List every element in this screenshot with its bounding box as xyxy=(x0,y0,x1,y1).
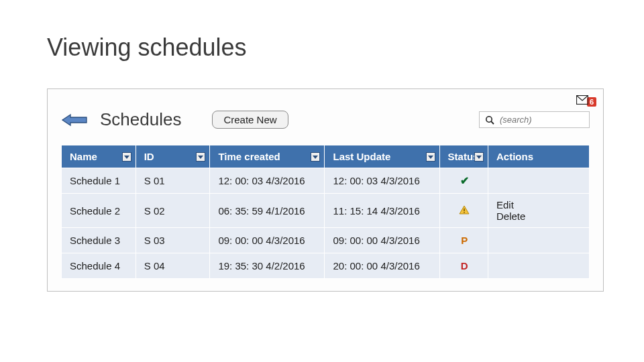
schedule-id: S 02 xyxy=(136,194,210,228)
schedule-name-link[interactable]: Schedule 1 xyxy=(62,168,136,194)
col-last-update[interactable]: Last Update xyxy=(325,145,439,168)
table-row: Schedule 3 S 03 09: 00: 00 4/3/2016 09: … xyxy=(62,228,590,253)
status-cell: P xyxy=(439,228,488,253)
edit-action[interactable]: Edit xyxy=(496,199,514,210)
table-row: Schedule 2 S 02 06: 35: 59 4/1/2016 11: … xyxy=(62,194,590,228)
search-box[interactable] xyxy=(479,111,590,128)
status-warning-icon xyxy=(459,205,470,217)
section-title: Schedules xyxy=(100,109,181,130)
notifications-icon[interactable] xyxy=(576,95,588,105)
col-time-created[interactable]: Time created xyxy=(210,145,325,168)
back-arrow-icon[interactable] xyxy=(61,113,88,127)
status-cell: D xyxy=(439,253,488,279)
schedule-name-link[interactable]: Schedule 2 xyxy=(62,194,136,228)
last-update: 11: 15: 14 4/3/2016 xyxy=(325,194,439,228)
toolbar: Schedules Create New xyxy=(61,109,590,130)
time-created: 06: 35: 59 4/1/2016 xyxy=(210,194,325,228)
last-update: 20: 00: 00 4/3/2016 xyxy=(325,253,439,279)
filter-icon[interactable] xyxy=(196,152,205,162)
schedule-id: S 01 xyxy=(136,168,210,194)
status-check-icon: ✔ xyxy=(460,175,469,186)
time-created: 09: 00: 00 4/3/2016 xyxy=(210,228,325,253)
actions-cell xyxy=(488,228,590,253)
status-cell: ✔ xyxy=(439,168,488,194)
svg-rect-9 xyxy=(464,212,465,213)
search-input[interactable] xyxy=(498,114,584,125)
filter-icon[interactable] xyxy=(474,152,484,162)
actions-cell xyxy=(488,253,590,279)
col-id-label: ID xyxy=(144,151,154,162)
filter-icon[interactable] xyxy=(426,152,435,162)
search-icon xyxy=(485,115,494,125)
table-header-row: Name ID Time created xyxy=(62,145,590,168)
time-created: 19: 35: 30 4/2/2016 xyxy=(210,253,325,279)
actions-cell: Edit Delete xyxy=(488,194,590,228)
schedule-id: S 03 xyxy=(136,228,210,253)
create-new-button[interactable]: Create New xyxy=(212,111,288,129)
delete-action[interactable]: Delete xyxy=(496,210,525,222)
status-disabled-icon: D xyxy=(461,260,468,272)
schedules-panel: 6 Schedules Create New xyxy=(47,88,604,292)
col-name[interactable]: Name xyxy=(62,145,136,168)
time-created: 12: 00: 03 4/3/2016 xyxy=(210,168,325,194)
col-last-update-label: Last Update xyxy=(333,151,390,162)
col-actions-label: Actions xyxy=(496,151,533,162)
filter-icon[interactable] xyxy=(311,152,320,162)
filter-icon[interactable] xyxy=(122,152,131,162)
status-paused-icon: P xyxy=(461,235,468,246)
svg-point-1 xyxy=(486,116,492,121)
svg-rect-8 xyxy=(464,208,465,211)
schedule-name-link[interactable]: Schedule 3 xyxy=(62,228,136,253)
schedule-id: S 04 xyxy=(136,253,210,279)
notification-badge: 6 xyxy=(587,97,596,107)
status-cell xyxy=(439,194,488,228)
col-status[interactable]: Status xyxy=(439,145,488,168)
col-time-created-label: Time created xyxy=(218,151,280,162)
last-update: 12: 00: 03 4/3/2016 xyxy=(325,168,439,194)
page-title: Viewing schedules xyxy=(47,34,604,62)
col-id[interactable]: ID xyxy=(136,145,210,168)
schedule-name-link[interactable]: Schedule 4 xyxy=(62,253,136,279)
col-actions: Actions xyxy=(488,145,590,168)
actions-cell xyxy=(488,168,590,194)
table-row: Schedule 1 S 01 12: 00: 03 4/3/2016 12: … xyxy=(62,168,590,194)
last-update: 09: 00: 00 4/3/2016 xyxy=(325,228,439,253)
schedules-table: Name ID Time created xyxy=(61,145,590,279)
table-row: Schedule 4 S 04 19: 35: 30 4/2/2016 20: … xyxy=(62,253,590,279)
svg-line-2 xyxy=(491,121,494,124)
col-name-label: Name xyxy=(70,151,97,162)
